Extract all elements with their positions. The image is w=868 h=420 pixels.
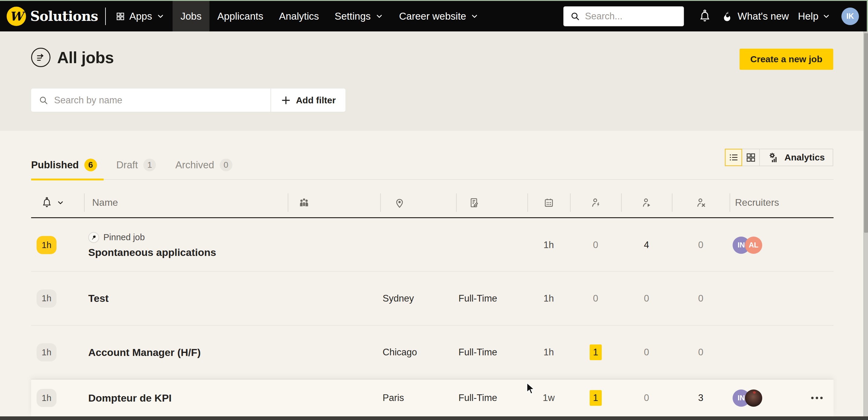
analytics-view-button[interactable]: Analytics: [760, 149, 833, 166]
help-button[interactable]: Help: [798, 10, 831, 22]
job-recruiters: INAL: [730, 236, 800, 254]
nav-item-label: Career website: [399, 10, 466, 22]
tab-count-badge: 0: [220, 159, 232, 171]
rejected-count: 0: [698, 293, 703, 304]
job-name[interactable]: Test: [88, 292, 288, 304]
chevron-down-icon: [57, 199, 64, 207]
nav-item-analytics[interactable]: Analytics: [271, 1, 327, 31]
analytics-view-label: Analytics: [784, 152, 825, 163]
window-bottom-edge: [0, 416, 868, 420]
brand-logo-icon: W: [7, 7, 26, 26]
search-icon: [38, 95, 49, 105]
tab-count-badge: 6: [84, 159, 97, 171]
job-time-badge: 1h: [37, 236, 57, 254]
notifications-bell-icon[interactable]: [699, 9, 711, 23]
grid-view-button[interactable]: [742, 149, 760, 166]
chevron-down-icon: [470, 12, 479, 21]
jobs-search-input[interactable]: [54, 95, 263, 106]
tab-published[interactable]: Published6: [31, 159, 99, 180]
chevron-down-icon: [156, 12, 165, 21]
flame-icon: [722, 10, 733, 22]
nav-item-applicants[interactable]: Applicants: [210, 1, 271, 31]
row-menu-button[interactable]: [800, 397, 834, 399]
job-time-badge: 1h: [37, 289, 57, 308]
column-header-team: [288, 188, 380, 217]
contract-document-icon: [468, 197, 479, 208]
scrollbar-thumb[interactable]: [864, 33, 868, 233]
screen-edge-top: [0, 0, 868, 1]
add-filter-button[interactable]: Add filter: [271, 89, 345, 112]
bell-column-icon: [41, 197, 52, 209]
calendar-icon: [543, 197, 555, 208]
job-age: 1h: [527, 239, 570, 251]
column-header-recruiters: Recruiters: [730, 188, 800, 217]
column-header-location: [380, 188, 456, 217]
nav-item-career-website[interactable]: Career website: [392, 1, 487, 31]
list-view-button[interactable]: [725, 149, 742, 166]
avatar[interactable]: AL: [745, 236, 762, 254]
column-header-rejected: [672, 188, 730, 217]
nav-links: JobsApplicantsAnalyticsSettingsCareer we…: [173, 1, 487, 31]
search-icon: [570, 11, 580, 22]
pin-icon: [88, 232, 99, 243]
avatar-photo[interactable]: [745, 389, 762, 407]
new-applicants-count: 1: [590, 390, 602, 406]
nav-item-label: Analytics: [279, 10, 319, 22]
rejected-count: 3: [698, 392, 703, 403]
tab-archived[interactable]: Archived0: [175, 159, 235, 180]
column-header-age: [527, 188, 570, 217]
job-recruiters: IN: [730, 389, 800, 407]
person-x-icon: [695, 197, 707, 208]
help-label: Help: [798, 10, 818, 22]
job-age: 1h: [527, 347, 570, 358]
column-header-new-applicants: [570, 188, 621, 217]
top-nav: W Solutions Apps JobsApplicantsAnalytics…: [0, 1, 868, 31]
whats-new-label: What's new: [738, 10, 789, 22]
job-time-badge: 1h: [37, 343, 57, 361]
chevron-down-icon: [822, 12, 831, 21]
in-progress-count: 0: [644, 347, 649, 357]
job-name[interactable]: Dompteur de KPI: [88, 392, 288, 404]
column-header-name: Name: [84, 188, 288, 217]
team-people-icon: [298, 197, 310, 209]
nav-right: What's new Help IK: [563, 1, 868, 31]
jobs-table-rows: 1h Pinned job Spontaneous applications 1…: [31, 219, 834, 416]
new-applicants-count: 0: [593, 293, 598, 304]
job-row[interactable]: 1h Pinned job Spontaneous applications 1…: [31, 219, 834, 272]
plus-icon: [281, 95, 291, 105]
jobs-search[interactable]: [31, 89, 271, 112]
rejected-count: 0: [698, 239, 703, 250]
job-name[interactable]: Spontaneous applications: [88, 247, 288, 258]
user-avatar[interactable]: IK: [841, 7, 859, 25]
chevron-down-icon: [375, 12, 383, 21]
scrollbar-track[interactable]: [864, 31, 868, 416]
job-name[interactable]: Account Manager (H/F): [88, 347, 288, 358]
sort-column-button[interactable]: [31, 188, 84, 217]
person-bolt-icon: [590, 197, 601, 208]
job-row[interactable]: 1h Dompteur de KPI Paris Full-Time 1w 1 …: [31, 380, 834, 416]
job-row[interactable]: 1h Account Manager (H/F) Chicago Full-Ti…: [31, 326, 834, 380]
nav-search-input[interactable]: [585, 11, 677, 22]
nav-search[interactable]: [563, 6, 684, 26]
page-title: All jobs: [57, 49, 114, 67]
nav-item-jobs[interactable]: Jobs: [173, 1, 210, 31]
nav-item-settings[interactable]: Settings: [327, 1, 391, 31]
brand[interactable]: W Solutions: [0, 1, 98, 31]
tab-count-badge: 1: [143, 159, 156, 171]
new-applicants-count: 1: [590, 345, 602, 360]
nav-item-apps[interactable]: Apps: [107, 1, 173, 31]
job-row[interactable]: 1h Test Sydney Full-Time 1h 0 0 0: [31, 272, 834, 326]
all-jobs-icon: [31, 48, 51, 67]
whats-new-button[interactable]: What's new: [722, 10, 789, 22]
analytics-gear-chart-icon: [768, 151, 780, 163]
create-new-job-button[interactable]: Create a new job: [740, 49, 833, 70]
job-time-badge: 1h: [37, 389, 57, 407]
job-location: Paris: [380, 392, 456, 403]
tab-draft[interactable]: Draft1: [116, 159, 159, 180]
job-contract: Full-Time: [456, 347, 527, 358]
page-header-section: All jobs Create a new job Add filter: [0, 31, 868, 131]
filter-bar: Add filter: [31, 89, 345, 112]
job-age: 1h: [527, 293, 570, 304]
apps-grid-icon: [116, 11, 125, 21]
tab-label: Draft: [116, 159, 138, 171]
